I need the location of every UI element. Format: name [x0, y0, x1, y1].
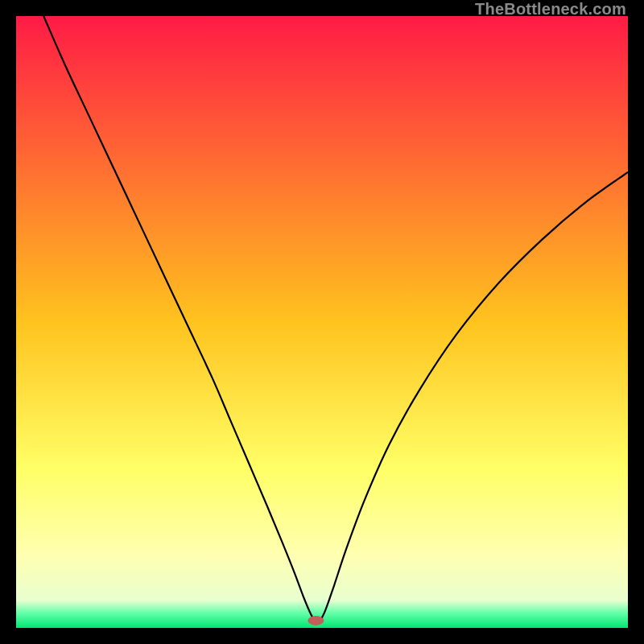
- chart-frame: TheBottleneck.com: [0, 0, 644, 644]
- chart-background: [16, 16, 628, 628]
- bottleneck-chart: [16, 16, 628, 628]
- watermark-text: TheBottleneck.com: [475, 0, 626, 19]
- optimal-point-marker: [308, 616, 324, 625]
